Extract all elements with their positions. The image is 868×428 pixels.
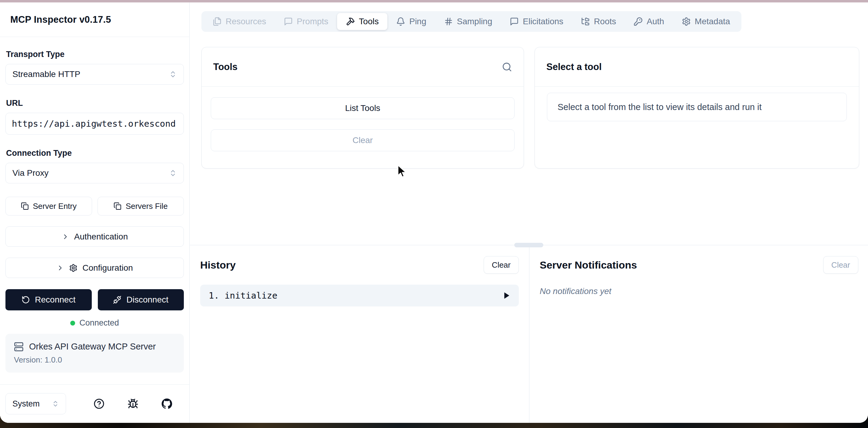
select-tool-placeholder: Select a tool from the list to view its … xyxy=(547,93,847,121)
transport-type-select[interactable]: Streamable HTTP xyxy=(5,64,184,85)
folder-tree-icon xyxy=(581,17,590,26)
tab-elicitations[interactable]: Elicitations xyxy=(501,13,572,30)
tab-label: Roots xyxy=(594,17,616,26)
tab-auth[interactable]: Auth xyxy=(625,13,673,30)
unplug-icon xyxy=(113,295,121,304)
transport-type-label: Transport Type xyxy=(6,50,184,59)
connection-type-label: Connection Type xyxy=(6,148,184,158)
chevrons-up-down-icon xyxy=(169,70,177,78)
history-title: History xyxy=(200,259,236,271)
authentication-label: Authentication xyxy=(74,232,128,241)
authentication-toggle[interactable]: Authentication xyxy=(5,226,184,247)
tab-resources[interactable]: Resources xyxy=(204,13,275,30)
tab-label: Resources xyxy=(226,17,266,26)
bottom-split: History Clear 1. initialize Server Notif… xyxy=(190,245,868,423)
chevrons-up-down-icon xyxy=(169,169,177,177)
history-item-initialize[interactable]: 1. initialize xyxy=(200,285,519,307)
select-tool-panel: Select a tool Select a tool from the lis… xyxy=(534,47,859,169)
chevron-right-icon xyxy=(61,233,69,241)
server-notifications-panel: Server Notifications Clear No notificati… xyxy=(529,245,868,423)
theme-select[interactable]: System xyxy=(5,393,66,415)
theme-select-value: System xyxy=(12,399,40,408)
help-circle-icon xyxy=(94,398,104,409)
status-dot-icon xyxy=(70,321,75,325)
tools-search-button[interactable] xyxy=(502,62,512,72)
sidebar-body: Transport Type Streamable HTTP URL https… xyxy=(0,37,189,373)
history-panel: History Clear 1. initialize xyxy=(190,245,529,423)
tab-label: Auth xyxy=(647,17,664,26)
server-entry-label: Server Entry xyxy=(33,202,77,211)
tab-prompts[interactable]: Prompts xyxy=(275,13,337,30)
server-entry-button[interactable]: Server Entry xyxy=(5,197,92,216)
bell-icon xyxy=(396,17,405,26)
tab-label: Metadata xyxy=(695,17,730,26)
github-icon xyxy=(161,398,172,409)
help-button[interactable] xyxy=(94,398,104,409)
chevron-right-icon xyxy=(56,264,64,272)
server-name: Orkes API Gateway MCP Server xyxy=(29,342,156,352)
connection-type-value: Via Proxy xyxy=(12,168,49,178)
url-value: https://api.apigwtest.orkescond xyxy=(12,118,176,129)
tab-metadata[interactable]: Metadata xyxy=(673,13,739,30)
tab-tools[interactable]: Tools xyxy=(337,13,388,30)
tab-label: Sampling xyxy=(457,17,492,26)
history-item-label: 1. initialize xyxy=(209,290,277,301)
connection-status: Connected xyxy=(5,318,184,328)
disconnect-button[interactable]: Disconnect xyxy=(98,289,184,310)
tab-label: Ping xyxy=(409,17,426,26)
sidebar-footer: System xyxy=(0,384,189,423)
servers-file-label: Servers File xyxy=(126,202,168,211)
github-button[interactable] xyxy=(161,398,172,409)
select-tool-panel-title: Select a tool xyxy=(546,61,602,73)
url-label: URL xyxy=(6,98,184,108)
gear-icon xyxy=(69,264,78,272)
reconnect-button[interactable]: Reconnect xyxy=(5,289,92,310)
server-notifications-title: Server Notifications xyxy=(540,259,637,271)
server-version: Version: 1.0.0 xyxy=(14,355,175,365)
reconnect-label: Reconnect xyxy=(35,295,75,305)
copy-icon xyxy=(114,202,121,210)
tab-roots[interactable]: Roots xyxy=(572,13,625,30)
status-text: Connected xyxy=(79,318,119,328)
server-icon xyxy=(14,342,24,352)
app-window: MCP Inspector v0.17.5 Transport Type Str… xyxy=(0,2,868,423)
transport-type-value: Streamable HTTP xyxy=(12,69,80,79)
files-icon xyxy=(213,17,222,26)
split-drag-handle[interactable] xyxy=(514,243,543,247)
message-square-icon xyxy=(510,17,519,26)
search-icon xyxy=(502,62,512,72)
tools-panel-title: Tools xyxy=(213,61,238,73)
servers-file-button[interactable]: Servers File xyxy=(97,197,184,216)
select-tool-empty-message: Select a tool from the list to view its … xyxy=(558,102,762,112)
server-info-card: Orkes API Gateway MCP Server Version: 1.… xyxy=(5,334,184,373)
app-title: MCP Inspector v0.17.5 xyxy=(10,14,111,25)
message-square-icon xyxy=(284,17,293,26)
tools-clear-button[interactable]: Clear xyxy=(211,130,515,151)
configuration-toggle[interactable]: Configuration xyxy=(5,258,184,278)
bug-icon xyxy=(127,398,138,409)
tab-bar: Resources Prompts Tools Ping xyxy=(202,11,741,32)
sidebar-header: MCP Inspector v0.17.5 xyxy=(0,2,189,37)
connection-type-select[interactable]: Via Proxy xyxy=(5,163,184,183)
main-area: Resources Prompts Tools Ping xyxy=(190,2,868,423)
hammer-icon xyxy=(346,17,355,26)
tab-label: Elicitations xyxy=(523,17,563,26)
tab-ping[interactable]: Ping xyxy=(388,13,435,30)
hash-icon xyxy=(444,17,453,26)
list-tools-button[interactable]: List Tools xyxy=(211,97,515,119)
tab-sampling[interactable]: Sampling xyxy=(435,13,501,30)
mcp-inspector-screen: { "colors": { "accent_dark": "#0f172a", … xyxy=(0,0,868,428)
desktop-wallpaper-strip xyxy=(0,0,868,2)
notifications-clear-button[interactable]: Clear xyxy=(823,256,858,274)
url-input[interactable]: https://api.apigwtest.orkescond xyxy=(5,113,184,135)
debug-button[interactable] xyxy=(127,398,138,409)
tools-panel: Tools List Tools Clear xyxy=(202,47,524,169)
history-clear-button[interactable]: Clear xyxy=(484,256,519,274)
key-icon xyxy=(633,17,643,26)
disconnect-label: Disconnect xyxy=(126,295,168,305)
rotate-ccw-icon xyxy=(22,295,30,304)
notifications-empty-message: No notifications yet xyxy=(540,286,858,296)
gear-icon xyxy=(682,17,691,26)
copy-icon xyxy=(21,202,29,210)
play-expand-icon xyxy=(502,291,510,300)
